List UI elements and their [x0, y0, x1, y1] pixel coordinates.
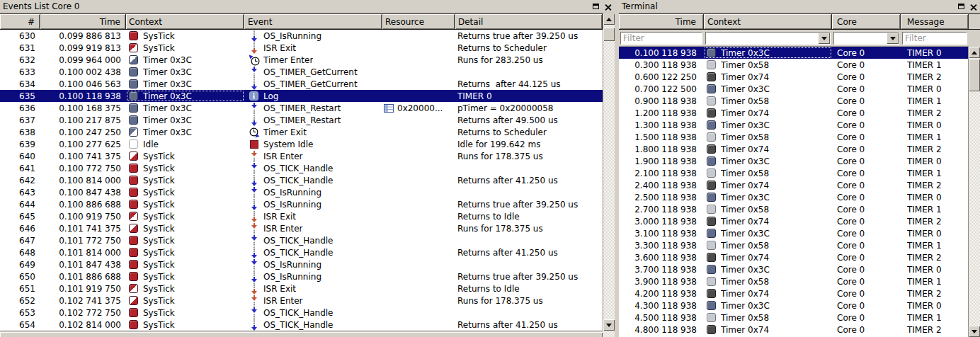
combobox-arrow-icon[interactable] [818, 33, 830, 44]
close-panel-button[interactable] [969, 2, 978, 11]
event-table-row[interactable]: 634 0.100 046 563 Timer 0x3C OS_TIMER_Ge… [0, 78, 603, 90]
event-table-row[interactable]: 648 0.101 814 000 SysTick OS_TICK_Handle… [0, 246, 603, 258]
terminal-table-row[interactable]: 1.200 118 938 Timer 0x74 Core 0 TIMER 2 [619, 107, 969, 119]
log-icon [248, 91, 260, 102]
core-filter-combobox[interactable] [833, 32, 899, 45]
terminal-table-row[interactable]: 1.900 118 938 Timer 0x3C Core 0 TIMER 0 [619, 155, 969, 167]
ctx-red-full-icon [129, 164, 138, 173]
events-vertical-scrollbar[interactable] [603, 13, 615, 331]
scrollbar-corner [603, 331, 615, 337]
message-filter-input[interactable] [902, 32, 967, 45]
ctx-steel-enter-icon [129, 55, 138, 64]
ctx-red-exit-icon [129, 284, 138, 293]
terminal-table-row[interactable]: 4.300 118 938 Timer 0x3C Core 0 TIMER 0 [619, 299, 969, 312]
scrollbar-thumb[interactable] [969, 59, 980, 91]
terminal-table-row[interactable]: 2.500 118 938 Timer 0x3C Core 0 TIMER 0 [619, 191, 969, 203]
terminal-table-row[interactable]: 0.600 122 250 Timer 0x74 Core 0 TIMER 2 [619, 71, 969, 83]
event-table-row[interactable]: 633 0.100 002 438 Timer 0x3C OS_TIMER_Ge… [0, 66, 603, 78]
events-list-titlebar: Events List Core 0 [0, 0, 615, 13]
column-header-resource[interactable]: Resource [382, 14, 455, 29]
terminal-table-row[interactable]: 0.300 118 938 Timer 0x58 Core 0 TIMER 1 [619, 59, 969, 71]
column-header-time[interactable]: Time [40, 14, 126, 29]
terminal-table-row[interactable]: 4.200 118 938 Timer 0x74 Core 0 TIMER 2 [619, 287, 969, 299]
column-header-time[interactable]: Time [619, 14, 704, 29]
events-list-title: Events List Core 0 [3, 1, 79, 11]
ctx-red-full-icon [129, 200, 138, 209]
context-filter-combobox[interactable] [705, 32, 831, 45]
event-table-row[interactable]: 630 0.099 886 813 SysTick OS_IsRunning R… [0, 30, 603, 42]
event-table-row[interactable]: 643 0.100 847 438 SysTick OS_IsRunning [0, 186, 603, 198]
event-table-row[interactable]: 641 0.100 772 750 SysTick OS_TICK_Handle [0, 162, 603, 174]
event-table-row[interactable]: 649 0.101 847 438 SysTick OS_IsRunning [0, 258, 603, 270]
events-horizontal-scrollbar[interactable] [0, 331, 603, 337]
ctx-steel-full-icon [707, 156, 716, 166]
scrollbar-thumb[interactable] [603, 28, 615, 41]
column-header-event[interactable]: Event [244, 14, 382, 29]
event-table-row[interactable]: 637 0.100 217 875 Timer 0x3C OS_TIMER_Re… [0, 114, 603, 126]
column-header-context[interactable]: Context [126, 14, 244, 29]
column-header-detail[interactable]: Detail [455, 14, 603, 29]
scroll-up-button[interactable] [969, 47, 980, 58]
event-table-row[interactable]: 650 0.101 886 688 SysTick OS_IsRunning R… [0, 270, 603, 282]
column-header-message[interactable]: Message [901, 14, 969, 29]
time-filter-input[interactable] [620, 32, 702, 45]
ctx-silver-icon [707, 313, 716, 322]
event-table-row[interactable]: 631 0.099 919 813 SysTick ISR Exit Retur… [0, 42, 603, 54]
terminal-table-row[interactable]: 3.300 118 938 Timer 0x58 Core 0 TIMER 1 [619, 239, 969, 251]
ctx-dark-icon [707, 217, 716, 226]
api-return-icon [248, 30, 260, 42]
event-table-row[interactable]: 652 0.102 741 375 SysTick ISR Enter Runs… [0, 295, 603, 307]
event-table-row[interactable]: 653 0.102 772 750 SysTick OS_TICK_Handle [0, 307, 603, 319]
ctx-silver-icon [707, 205, 716, 214]
event-table-row[interactable]: 645 0.100 919 750 SysTick ISR Exit Retur… [0, 210, 603, 222]
terminal-table-row[interactable]: 4.800 118 938 Timer 0x74 Core 0 TIMER 2 [619, 324, 969, 336]
terminal-vertical-scrollbar[interactable] [968, 47, 980, 337]
event-table-row[interactable]: 638 0.100 247 250 Timer 0x3C Timer Exit … [0, 126, 603, 138]
scroll-down-button[interactable] [603, 319, 615, 331]
terminal-table-row[interactable]: 3.100 118 938 Timer 0x3C Core 0 TIMER 0 [619, 227, 969, 239]
terminal-table-row[interactable]: 1.800 118 938 Timer 0x74 Core 0 TIMER 2 [619, 143, 969, 155]
ctx-steel-full-icon [129, 115, 138, 125]
scroll-down-button[interactable] [969, 326, 980, 337]
terminal-table-row[interactable]: 0.700 122 500 Timer 0x3C Core 0 TIMER 0 [619, 83, 969, 95]
float-panel-button[interactable] [591, 2, 600, 11]
column-header-num[interactable]: # [0, 14, 40, 29]
terminal-table-row[interactable]: 4.500 118 938 Timer 0x58 Core 0 TIMER 1 [619, 312, 969, 324]
terminal-table-row[interactable]: 3.600 118 938 Timer 0x74 Core 0 TIMER 2 [619, 251, 969, 263]
terminal-table-row[interactable]: 0.900 118 938 Timer 0x58 Core 0 TIMER 1 [619, 95, 969, 107]
event-table-row[interactable]: 644 0.100 886 688 SysTick OS_IsRunning R… [0, 198, 603, 210]
event-table-row[interactable]: 640 0.100 741 375 SysTick ISR Enter Runs… [0, 150, 603, 162]
terminal-table-row[interactable]: 3.900 118 938 Timer 0x58 Core 0 TIMER 1 [619, 275, 969, 287]
api-return-icon [248, 271, 260, 282]
terminal-table-row[interactable]: 3.700 118 938 Timer 0x3C Core 0 TIMER 0 [619, 263, 969, 275]
event-table-row[interactable]: 647 0.101 772 750 SysTick OS_TICK_Handle [0, 234, 603, 246]
ctx-red-exit-icon [129, 212, 138, 221]
column-header-context[interactable]: Context [704, 14, 832, 29]
event-table-row[interactable]: 636 0.100 168 375 Timer 0x3C OS_TIMER_Re… [0, 102, 603, 114]
event-table-row[interactable]: 639 0.100 277 625 Idle System Idle Idle … [0, 138, 603, 150]
api-return-icon [248, 319, 260, 331]
column-header-core[interactable]: Core [832, 14, 901, 29]
api-call-icon [248, 187, 260, 198]
terminal-table-row[interactable]: 2.100 118 938 Timer 0x58 Core 0 TIMER 1 [619, 167, 969, 179]
isr-exit-icon [248, 211, 260, 222]
terminal-table-row[interactable]: 0.100 118 938 Timer 0x3C Core 0 TIMER 0 [619, 47, 969, 59]
terminal-table-row[interactable]: 3.000 118 938 Timer 0x74 Core 0 TIMER 2 [619, 215, 969, 227]
terminal-table-body: 0.100 118 938 Timer 0x3C Core 0 TIMER 0 … [619, 47, 969, 337]
float-panel-button[interactable] [957, 2, 966, 11]
combobox-arrow-icon[interactable] [887, 33, 899, 44]
terminal-table-row[interactable]: 1.300 118 938 Timer 0x3C Core 0 TIMER 0 [619, 119, 969, 131]
scroll-up-button[interactable] [603, 13, 615, 25]
event-table-row[interactable]: 642 0.100 814 000 SysTick OS_TICK_Handle… [0, 174, 603, 186]
event-table-row[interactable]: 651 0.101 919 750 SysTick ISR Exit Retur… [0, 282, 603, 295]
terminal-table-row[interactable]: 2.700 118 938 Timer 0x58 Core 0 TIMER 1 [619, 203, 969, 215]
event-table-row[interactable]: 646 0.101 741 375 SysTick ISR Enter Runs… [0, 222, 603, 234]
terminal-table-row[interactable]: 1.500 118 938 Timer 0x58 Core 0 TIMER 1 [619, 131, 969, 143]
event-table-row[interactable]: 632 0.099 964 000 Timer 0x3C Timer Enter… [0, 54, 603, 66]
api-return-icon [248, 79, 260, 90]
scrollbar-thumb[interactable] [0, 332, 603, 337]
close-panel-button[interactable] [603, 2, 612, 11]
event-table-row[interactable]: 635 0.100 118 938 Timer 0x3C Log TIMER 0 [0, 90, 603, 102]
terminal-table-row[interactable]: 2.400 118 938 Timer 0x74 Core 0 TIMER 2 [619, 179, 969, 191]
event-table-row[interactable]: 654 0.102 814 000 SysTick OS_TICK_Handle… [0, 319, 603, 331]
